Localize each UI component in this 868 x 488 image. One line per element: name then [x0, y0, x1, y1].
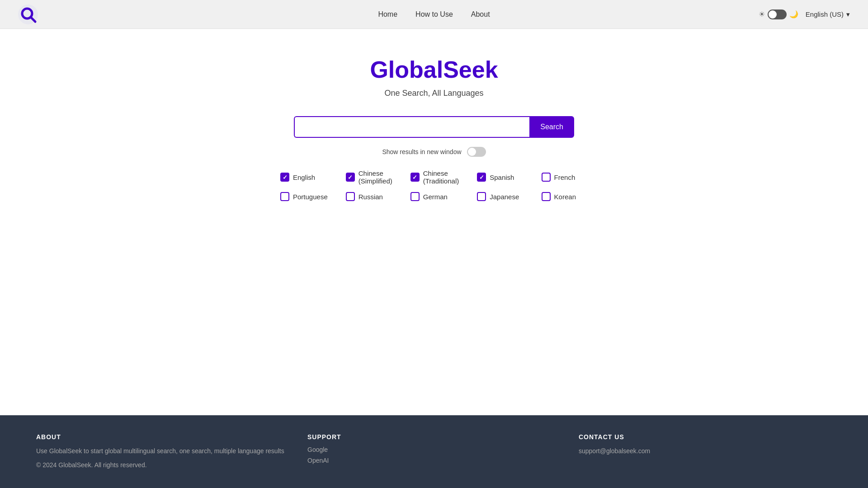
footer-contact-email: support@globalseek.com — [579, 446, 832, 456]
footer-support-link-google[interactable]: Google — [307, 446, 561, 453]
footer-copyright: © 2024 GlobalSeek. All rights reserved. — [36, 460, 289, 470]
footer-support: SUPPORT GoogleOpenAI — [307, 433, 561, 470]
lang-label-german: German — [423, 193, 448, 201]
footer-about-heading: ABOUT — [36, 433, 289, 441]
new-window-toggle[interactable] — [467, 147, 486, 157]
lang-label-korean: Korean — [554, 193, 576, 201]
lang-label-japanese: Japanese — [490, 193, 519, 201]
sun-icon: ☀ — [759, 10, 765, 19]
header-right: ☀ 🌙 English (US) ▾ — [759, 9, 850, 19]
lang-item-chinese-traditional[interactable]: Chinese (Traditional) — [410, 169, 459, 185]
lang-checkbox-russian[interactable] — [346, 192, 355, 201]
lang-label-chinese-traditional: Chinese (Traditional) — [423, 169, 459, 185]
footer-contact: CONTACT US support@globalseek.com — [579, 433, 832, 470]
footer-contact-heading: CONTACT US — [579, 433, 832, 441]
lang-item-japanese[interactable]: Japanese — [477, 192, 523, 201]
footer-about-description: Use GlobalSeek to start global multiling… — [36, 446, 289, 456]
search-input[interactable] — [294, 116, 529, 138]
header: Home How to Use About ☀ 🌙 English (US) ▾ — [0, 0, 868, 29]
lang-item-korean[interactable]: Korean — [542, 192, 588, 201]
lang-label-chinese-simplified: Chinese (Simplified) — [359, 169, 392, 185]
lang-item-spanish[interactable]: Spanish — [477, 169, 523, 185]
footer-support-heading: SUPPORT — [307, 433, 561, 441]
search-container: Search — [294, 116, 574, 138]
nav-how-to-use[interactable]: How to Use — [415, 10, 453, 19]
new-window-toggle-thumb — [468, 148, 476, 156]
footer: ABOUT Use GlobalSeek to start global mul… — [0, 415, 868, 488]
lang-label-spanish: Spanish — [490, 174, 514, 181]
logo-icon — [18, 5, 38, 24]
lang-item-french[interactable]: French — [542, 169, 588, 185]
lang-item-portuguese[interactable]: Portuguese — [280, 192, 328, 201]
lang-checkbox-chinese-simplified[interactable] — [346, 173, 355, 182]
nav-about[interactable]: About — [471, 10, 490, 19]
language-dropdown[interactable]: English (US) ▾ — [806, 10, 850, 19]
footer-about: ABOUT Use GlobalSeek to start global mul… — [36, 433, 289, 470]
footer-support-link-openai[interactable]: OpenAI — [307, 457, 561, 464]
lang-item-chinese-simplified[interactable]: Chinese (Simplified) — [346, 169, 392, 185]
app-title: GlobalSeek — [370, 56, 498, 83]
lang-item-russian[interactable]: Russian — [346, 192, 392, 201]
lang-checkbox-french[interactable] — [542, 173, 551, 182]
lang-item-english[interactable]: English — [280, 169, 328, 185]
lang-label-russian: Russian — [359, 193, 383, 201]
new-window-label: Show results in new window — [382, 148, 461, 155]
main-nav: Home How to Use About — [378, 10, 490, 19]
lang-checkbox-japanese[interactable] — [477, 192, 486, 201]
new-window-row: Show results in new window — [382, 147, 486, 157]
lang-checkbox-english[interactable] — [280, 173, 289, 182]
logo-area — [18, 5, 38, 24]
lang-checkbox-spanish[interactable] — [477, 173, 486, 182]
main-content: GlobalSeek One Search, All Languages Sea… — [0, 29, 868, 415]
lang-checkbox-chinese-traditional[interactable] — [410, 173, 420, 182]
chevron-down-icon: ▾ — [846, 10, 850, 19]
language-dropdown-label: English (US) — [806, 10, 844, 18]
lang-checkbox-german[interactable] — [410, 192, 420, 201]
lang-item-german[interactable]: German — [410, 192, 459, 201]
lang-label-english: English — [293, 174, 315, 181]
lang-checkbox-portuguese[interactable] — [280, 192, 289, 201]
lang-checkbox-korean[interactable] — [542, 192, 551, 201]
lang-label-portuguese: Portuguese — [293, 193, 328, 201]
app-subtitle: One Search, All Languages — [384, 89, 483, 98]
search-button[interactable]: Search — [529, 116, 574, 138]
nav-home[interactable]: Home — [378, 10, 397, 19]
lang-label-french: French — [554, 174, 576, 181]
moon-icon: 🌙 — [789, 10, 798, 19]
theme-toggle-track[interactable] — [768, 9, 787, 19]
theme-toggle[interactable]: ☀ 🌙 — [759, 9, 798, 19]
language-grid: EnglishChinese (Simplified)Chinese (Trad… — [280, 169, 588, 201]
theme-toggle-thumb — [769, 10, 777, 19]
